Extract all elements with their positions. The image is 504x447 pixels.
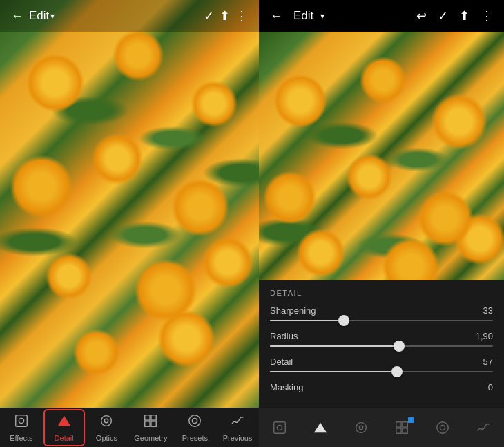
rt-previous-item[interactable] (472, 417, 495, 438)
toolbar-presets[interactable]: Presets (174, 410, 215, 445)
optics-label: Optics (96, 434, 117, 442)
svg-point-20 (437, 422, 449, 434)
detail-row: Detail 57 (270, 356, 493, 372)
svg-marker-13 (314, 423, 327, 433)
right-share-button[interactable]: ⬆ (456, 6, 472, 26)
svg-point-21 (440, 425, 445, 430)
left-edit-title: Edit (29, 9, 49, 23)
left-check-button[interactable]: ✓ (201, 6, 217, 26)
detail-section-title: DETAIL (270, 289, 493, 297)
rt-effects-item[interactable] (268, 417, 291, 438)
geometry-label: Geometry (134, 434, 167, 442)
svg-rect-6 (151, 415, 156, 419)
toolbar-optics[interactable]: Optics (86, 410, 127, 445)
svg-rect-8 (151, 421, 156, 426)
svg-point-3 (101, 415, 112, 426)
right-bottom-toolbar (259, 408, 504, 447)
svg-point-4 (105, 419, 109, 423)
toolbar-geometry[interactable]: Geometry (128, 410, 173, 445)
right-edit-dropdown[interactable]: ▾ (320, 11, 324, 21)
svg-point-14 (356, 423, 367, 433)
masking-row: Masking 0 (270, 382, 493, 392)
svg-point-10 (193, 418, 197, 423)
right-panel: ← Edit ▾ ↩ ✓ ⬆ ⋮ DETAIL Sharpening 33 Ra… (259, 0, 504, 447)
detail-panel: DETAIL Sharpening 33 Radius 1,90 (259, 280, 504, 408)
right-check-button[interactable]: ✓ (435, 6, 451, 26)
radius-value: 1,90 (476, 331, 493, 341)
masking-value: 0 (488, 382, 493, 392)
sharpening-row: Sharpening 33 (270, 305, 493, 321)
svg-point-9 (189, 415, 201, 426)
svg-point-1 (19, 418, 23, 423)
right-more-button[interactable]: ⋮ (478, 6, 496, 26)
rt-geometry-item[interactable] (390, 417, 414, 438)
left-header: ← Edit ▾ ✓ ⬆ ⋮ (0, 0, 259, 32)
left-more-button[interactable]: ⋮ (233, 6, 251, 26)
detail-slider-label: Detail (270, 356, 293, 367)
optics-icon (99, 413, 114, 432)
svg-marker-2 (58, 415, 70, 426)
svg-rect-7 (145, 421, 150, 426)
toolbar-detail[interactable]: Detail (43, 409, 85, 446)
svg-rect-0 (16, 415, 28, 426)
svg-point-12 (277, 425, 282, 430)
detail-slider[interactable] (270, 371, 493, 372)
toolbar-previous[interactable]: Previous (217, 410, 258, 445)
effects-label: Effects (10, 434, 32, 442)
previous-icon (230, 413, 245, 432)
left-panel: ← Edit ▾ ✓ ⬆ ⋮ Effects (0, 0, 259, 447)
right-edit-title: Edit (293, 9, 313, 23)
svg-rect-5 (145, 415, 150, 419)
rt-optics-icon (353, 420, 369, 435)
rt-detail-icon (313, 420, 328, 435)
left-image-area (0, 0, 259, 408)
right-undo-button[interactable]: ↩ (414, 6, 429, 26)
rt-effects-icon (272, 420, 287, 435)
svg-rect-19 (403, 428, 407, 433)
left-bottom-toolbar: Effects Detail Optics (0, 408, 259, 447)
right-image-area (259, 32, 504, 280)
presets-icon (187, 413, 202, 432)
right-back-button[interactable]: ← (267, 6, 285, 26)
effects-icon (14, 413, 29, 432)
rt-geometry-icon (394, 420, 409, 435)
svg-rect-16 (396, 422, 401, 427)
rt-detail-item[interactable] (309, 417, 332, 438)
geometry-badge (408, 417, 414, 423)
sharpening-slider[interactable] (270, 320, 493, 321)
svg-rect-17 (403, 422, 407, 427)
rt-previous-icon (476, 420, 491, 435)
previous-label: Previous (223, 434, 253, 442)
masking-label: Masking (270, 382, 303, 392)
sharpening-label: Sharpening (270, 305, 316, 316)
geometry-icon (143, 413, 158, 432)
svg-rect-11 (273, 422, 285, 434)
toolbar-effects[interactable]: Effects (1, 410, 42, 445)
sharpening-value: 33 (483, 305, 493, 316)
left-flower-image (0, 0, 259, 408)
right-flower-image (259, 32, 504, 280)
radius-row: Radius 1,90 (270, 331, 493, 347)
detail-slider-value: 57 (483, 356, 493, 367)
detail-label: Detail (55, 434, 74, 442)
radius-slider[interactable] (270, 345, 493, 347)
svg-point-15 (359, 426, 363, 430)
rt-optics-item[interactable] (349, 417, 373, 438)
rt-presets-item[interactable] (431, 417, 454, 438)
rt-presets-icon (435, 420, 450, 435)
radius-label: Radius (270, 331, 298, 341)
detail-icon (57, 413, 72, 432)
presets-label: Presets (182, 434, 208, 442)
left-edit-dropdown[interactable]: ▾ (50, 11, 55, 21)
svg-rect-18 (396, 428, 401, 433)
right-header: ← Edit ▾ ↩ ✓ ⬆ ⋮ (259, 0, 504, 32)
left-back-button[interactable]: ← (8, 6, 26, 26)
left-share-button[interactable]: ⬆ (217, 6, 233, 26)
